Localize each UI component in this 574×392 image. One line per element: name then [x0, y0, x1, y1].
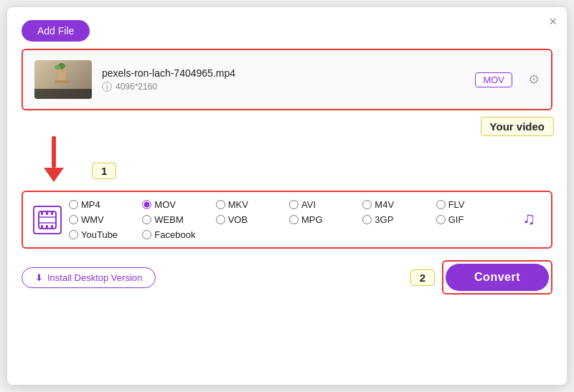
svg-rect-0 [57, 69, 66, 82]
svg-text:♫: ♫ [522, 209, 535, 227]
format-facebook[interactable]: Facebook [142, 229, 215, 240]
format-webm[interactable]: WEBM [142, 214, 215, 225]
file-area: pexels-ron-lach-7404965.mp4 i 4096*2160 … [22, 49, 552, 110]
format-mpg[interactable]: MPG [289, 214, 362, 225]
convert-button[interactable]: Convert [446, 264, 549, 291]
step1-label: 1 [92, 163, 116, 179]
format-options: MP4 MOV MKV AVI M4V FLV WMV WEBM [69, 199, 509, 240]
file-name: pexels-ron-lach-7404965.mp4 [102, 67, 465, 79]
file-info: pexels-ron-lach-7404965.mp4 i 4096*2160 [102, 67, 465, 92]
svg-rect-9 [41, 225, 43, 229]
svg-rect-12 [39, 217, 56, 223]
arrow-shaft [52, 136, 56, 168]
format-mov[interactable]: MOV [142, 199, 215, 210]
format-badge[interactable]: MOV [475, 72, 512, 87]
install-desktop-button[interactable]: ⬇ Install Desktop Version [22, 267, 156, 288]
convert-btn-wrap: Convert [442, 260, 552, 295]
file-resolution: 4096*2160 [116, 82, 157, 92]
file-area-wrapper: pexels-ron-lach-7404965.mp4 i 4096*2160 … [22, 49, 552, 110]
arrow-head [44, 168, 64, 182]
close-button[interactable]: × [549, 14, 557, 29]
format-3gp[interactable]: 3GP [362, 214, 436, 225]
format-area: MP4 MOV MKV AVI M4V FLV WMV WEBM [22, 191, 552, 249]
main-window: × Add File pexels-ron-lach-7404965.mp4 [7, 7, 567, 385]
format-mkv[interactable]: MKV [216, 199, 289, 210]
step2-convert-area: 2 Convert [410, 260, 552, 295]
svg-rect-8 [51, 211, 53, 215]
svg-rect-7 [46, 211, 48, 215]
arrow-col [22, 136, 86, 182]
format-gif[interactable]: GIF [436, 214, 509, 225]
bottom-bar: ⬇ Install Desktop Version 2 Convert [22, 260, 552, 295]
svg-rect-1 [55, 80, 69, 83]
install-desktop-label: Install Desktop Version [47, 272, 142, 283]
svg-rect-10 [46, 225, 48, 229]
format-avi[interactable]: AVI [289, 199, 362, 210]
format-flv[interactable]: FLV [436, 199, 509, 210]
svg-rect-6 [41, 211, 43, 215]
download-icon: ⬇ [35, 272, 43, 283]
gear-icon[interactable]: ⚙ [528, 72, 540, 87]
svg-rect-11 [51, 225, 53, 229]
add-file-button[interactable]: Add File [22, 20, 90, 42]
format-youtube[interactable]: YouTube [69, 229, 142, 240]
svg-point-4 [55, 65, 60, 70]
down-arrow [44, 136, 64, 182]
info-icon: i [102, 82, 112, 92]
format-m4v[interactable]: M4V [362, 199, 436, 210]
file-thumbnail [34, 60, 92, 99]
file-meta: i 4096*2160 [102, 82, 465, 92]
step2-label: 2 [410, 269, 435, 286]
format-mp4[interactable]: MP4 [69, 199, 142, 210]
arrow-area: 1 [22, 125, 552, 182]
format-wmv[interactable]: WMV [69, 214, 142, 225]
film-icon [33, 206, 62, 234]
music-icon[interactable]: ♫ [521, 207, 541, 232]
format-vob[interactable]: VOB [216, 214, 289, 225]
